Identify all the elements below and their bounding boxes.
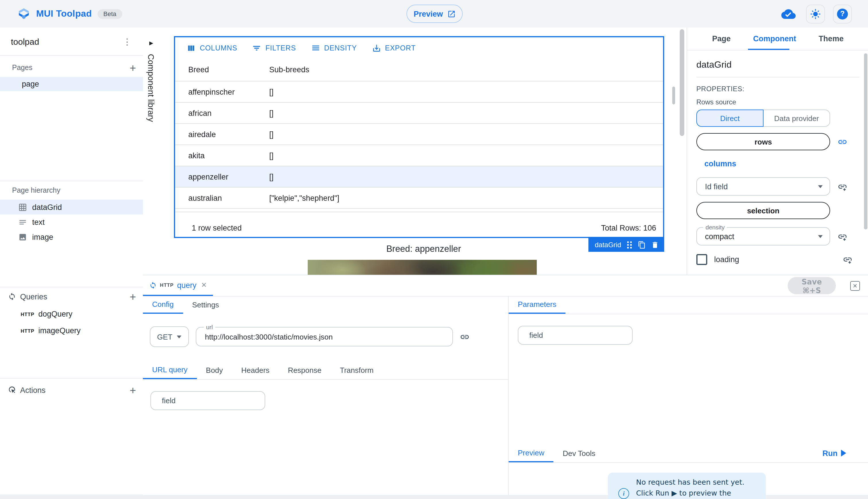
table-row[interactable]: akita[] (175, 145, 663, 166)
info-icon: i (618, 488, 629, 499)
datagrid-component[interactable]: COLUMNS FILTERS DENSITY EXPORT Breed Sub… (174, 36, 664, 238)
actions-section-header: Actions + (0, 379, 143, 401)
columns-toolbar-button[interactable]: COLUMNS (187, 43, 237, 52)
expand-arrow-icon[interactable]: ▶ (149, 40, 153, 46)
query-config-pane: Config Settings GET url http://localhost… (143, 296, 509, 495)
http-badge: HTTP (21, 328, 34, 333)
hierarchy-item-image[interactable]: image (0, 229, 143, 244)
tab-parameters[interactable]: Parameters (509, 296, 566, 314)
url-label: url (204, 324, 215, 330)
tab-response[interactable]: Response (279, 361, 331, 379)
filter-list-icon (252, 43, 261, 52)
density-label: density (703, 224, 727, 231)
rows-source-label: Rows source (696, 98, 859, 106)
rows-binding-button[interactable]: rows (696, 133, 830, 150)
inspector-scrollbar[interactable] (864, 53, 867, 229)
toggle-data-provider[interactable]: Data provider (763, 110, 830, 127)
table-row[interactable]: affenpinscher[] (175, 82, 663, 103)
add-binding-icon[interactable] (835, 255, 859, 265)
add-action-button[interactable]: + (130, 385, 136, 395)
light-mode-icon (810, 8, 821, 19)
tab-transform[interactable]: Transform (331, 361, 383, 379)
datagrid-toolbar: COLUMNS FILTERS DENSITY EXPORT (175, 37, 663, 59)
sync-icon (8, 293, 16, 301)
tab-body[interactable]: Body (197, 361, 232, 379)
add-binding-icon[interactable] (830, 182, 854, 191)
actions-header-label: Actions (20, 386, 46, 394)
project-row: toolpad ⋮ (0, 27, 143, 56)
toggle-direct[interactable]: Direct (696, 110, 763, 127)
parameter-field-input[interactable]: field (518, 326, 633, 345)
tab-headers[interactable]: Headers (232, 361, 279, 379)
query-item-imagequery[interactable]: HTTP imageQuery (0, 322, 143, 339)
tab-url-query[interactable]: URL query (143, 361, 197, 379)
toolpad-logo-icon (17, 7, 31, 20)
sidebar-item-page[interactable]: page (0, 77, 143, 91)
query-item-dogquery[interactable]: HTTP dogQuery (0, 306, 143, 322)
project-menu-kebab-icon[interactable]: ⋮ (119, 36, 135, 47)
tab-config[interactable]: Config (143, 296, 183, 314)
datagrid-header-row: Breed Sub-breeds (175, 59, 663, 82)
header-actions: ? (781, 0, 852, 27)
column-header-subbreeds[interactable]: Sub-breeds (269, 65, 663, 74)
info-line1: No request has been sent yet. (636, 478, 744, 486)
inspector-panel: Page Component Theme dataGrid PROPERTIES… (687, 27, 868, 275)
run-button[interactable]: Run (823, 444, 846, 462)
chevron-down-icon (818, 235, 823, 238)
filters-toolbar-button[interactable]: FILTERS (252, 43, 296, 52)
table-row[interactable]: australian["kelpie","shepherd"] (175, 187, 663, 209)
save-button[interactable]: Save ⌘+S (788, 277, 836, 294)
queries-header-label: Queries (20, 292, 47, 301)
tab-component[interactable]: Component (750, 29, 800, 49)
density-toolbar-button[interactable]: DENSITY (311, 43, 357, 52)
query-preview-pane: Parameters field Preview Dev Tools Run i… (509, 296, 868, 495)
theme-toggle-button[interactable] (806, 4, 825, 23)
add-binding-icon[interactable] (830, 231, 854, 241)
datagrid-scrollbar[interactable] (672, 87, 675, 105)
hierarchy-item-datagrid[interactable]: dataGrid (0, 199, 143, 215)
sync-icon (149, 281, 156, 289)
canvas-scrollbar[interactable] (680, 29, 684, 136)
tab-theme[interactable]: Theme (815, 29, 847, 49)
table-row-selected[interactable]: appenzeller[] (175, 166, 663, 187)
preview-button[interactable]: Preview (406, 4, 463, 23)
tab-dev-tools[interactable]: Dev Tools (554, 444, 605, 462)
component-library-rail[interactable]: ▶ Component library (143, 27, 161, 275)
pages-header-label: Pages (12, 64, 33, 72)
tab-preview[interactable]: Preview (509, 444, 554, 462)
export-toolbar-button[interactable]: EXPORT (372, 43, 416, 52)
query-name: dogQuery (38, 310, 73, 318)
brand: MUI Toolpad Beta (0, 7, 122, 20)
pages-section-header: Pages + (0, 59, 143, 77)
table-row[interactable]: african[] (175, 103, 663, 124)
hierarchy-item-text[interactable]: text (0, 215, 143, 229)
grid-icon (19, 203, 27, 211)
add-query-button[interactable]: + (130, 291, 136, 302)
query-editor-panel: HTTP query ✕ Save ⌘+S ✕ Config Settings … (143, 275, 868, 495)
queries-section-header: Queries + (0, 287, 143, 306)
url-query-field-input[interactable]: field (151, 391, 265, 410)
close-panel-icon[interactable]: ✕ (850, 281, 860, 291)
selection-binding-button[interactable]: selection (696, 202, 830, 219)
method-select[interactable]: GET (150, 326, 189, 347)
link-icon[interactable] (460, 332, 469, 342)
text-component[interactable]: Breed: appenzeller (161, 244, 687, 254)
link-icon[interactable] (830, 137, 854, 147)
add-page-button[interactable]: + (130, 62, 136, 73)
tab-page[interactable]: Page (709, 29, 734, 49)
tab-settings[interactable]: Settings (183, 296, 228, 314)
density-select[interactable]: density compact (696, 227, 830, 245)
table-row[interactable]: airedale[] (175, 124, 663, 145)
url-input[interactable]: url http://localhost:3000/static/movies.… (196, 327, 453, 346)
download-icon (372, 43, 381, 52)
query-name: imageQuery (38, 326, 81, 335)
close-tab-icon[interactable]: ✕ (201, 281, 207, 289)
column-header-breed[interactable]: Breed (175, 65, 269, 74)
hierarchy-item-label: dataGrid (32, 203, 62, 211)
help-button[interactable]: ? (833, 4, 852, 23)
id-field-select[interactable]: Id field (696, 177, 830, 196)
image-component[interactable] (308, 260, 537, 275)
loading-checkbox[interactable] (696, 254, 707, 265)
columns-editor-link[interactable]: columns (704, 159, 859, 168)
query-tab[interactable]: HTTP query ✕ (143, 275, 213, 296)
